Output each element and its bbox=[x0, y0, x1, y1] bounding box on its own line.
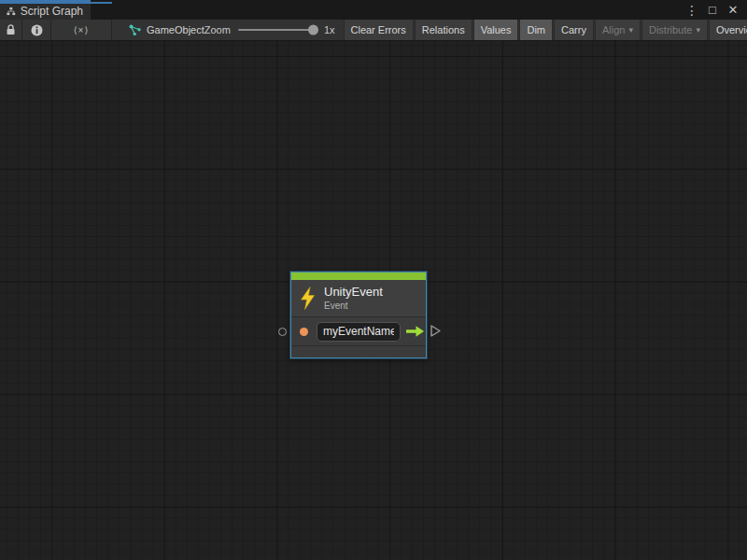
zoom-slider-handle[interactable] bbox=[308, 25, 318, 35]
graph-reference-icon bbox=[129, 24, 141, 36]
event-name-input[interactable] bbox=[317, 322, 401, 342]
flow-arrow-icon bbox=[405, 325, 425, 338]
clear-errors-button[interactable]: Clear Errors bbox=[344, 20, 414, 40]
chevron-down-icon: ▾ bbox=[628, 25, 633, 35]
tab-label: Script Graph bbox=[21, 5, 83, 18]
titlebar: Script Graph ⋮ □ ✕ bbox=[0, 0, 747, 20]
flow-output-port[interactable] bbox=[405, 325, 425, 338]
graph-reference-label: GameObject bbox=[147, 24, 204, 35]
toolbar-buttons: Clear Errors Relations Values Dim Carry … bbox=[344, 20, 747, 40]
graph-reference-breadcrumb[interactable]: GameObject bbox=[112, 20, 204, 40]
tab-script-graph[interactable]: Script Graph bbox=[0, 0, 91, 20]
node-event-colorbar bbox=[291, 273, 426, 280]
lock-button[interactable] bbox=[0, 20, 22, 40]
info-button[interactable] bbox=[22, 20, 51, 40]
chevron-down-icon: ▾ bbox=[696, 25, 700, 35]
node-footer bbox=[291, 346, 426, 357]
string-input-port[interactable] bbox=[300, 328, 308, 336]
graph-hierarchy-icon bbox=[7, 6, 16, 17]
triangle-port-icon bbox=[430, 324, 442, 338]
unity-event-node[interactable]: UnityEvent Event bbox=[290, 272, 427, 358]
node-subtitle: Event bbox=[324, 301, 383, 312]
node-title: UnityEvent bbox=[324, 286, 383, 300]
active-tab-highlight bbox=[0, 2, 112, 4]
carry-button[interactable]: Carry bbox=[554, 20, 594, 40]
lock-icon bbox=[6, 24, 16, 35]
code-brackets-icon: ⟨×⟩ bbox=[74, 25, 90, 35]
distribute-dropdown[interactable]: Distribute ▾ bbox=[641, 20, 708, 40]
node-header[interactable]: UnityEvent Event bbox=[291, 280, 426, 316]
zoom-control: Zoom 1x bbox=[204, 20, 335, 40]
window-menu-icon[interactable]: ⋮ bbox=[684, 2, 700, 19]
lightning-bolt-icon bbox=[300, 287, 316, 310]
zoom-value: 1x bbox=[324, 24, 335, 35]
graph-toolbar: ⟨×⟩ GameObject Zoom 1x Clear Error bbox=[0, 20, 747, 41]
info-icon bbox=[31, 24, 43, 36]
node-port-row bbox=[291, 317, 426, 345]
graph-canvas[interactable]: UnityEvent Event bbox=[0, 41, 747, 560]
value-connection-port[interactable] bbox=[278, 328, 287, 336]
script-graph-window: Script Graph ⋮ □ ✕ bbox=[0, 0, 747, 560]
align-dropdown[interactable]: Align ▾ bbox=[595, 20, 641, 40]
flow-connection-port[interactable] bbox=[430, 324, 442, 338]
overview-button[interactable]: Overview bbox=[709, 20, 747, 40]
close-icon[interactable]: ✕ bbox=[725, 2, 741, 19]
code-preview-button[interactable]: ⟨×⟩ bbox=[51, 20, 112, 40]
titlebar-drag-area bbox=[91, 0, 684, 20]
dim-button[interactable]: Dim bbox=[519, 20, 553, 40]
zoom-label: Zoom bbox=[204, 24, 231, 35]
relations-button[interactable]: Relations bbox=[415, 20, 472, 40]
maximize-icon[interactable]: □ bbox=[704, 2, 721, 19]
values-button[interactable]: Values bbox=[473, 20, 519, 40]
zoom-slider[interactable] bbox=[238, 29, 317, 31]
